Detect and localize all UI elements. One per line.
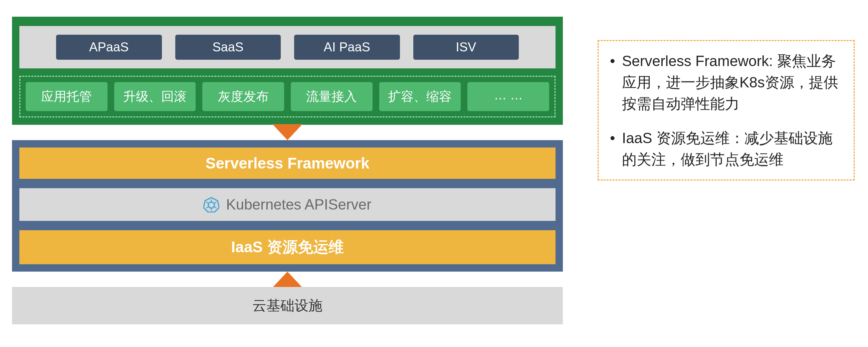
architecture-diagram: APaaS SaaS AI PaaS ISV 应用托管 升级、回滚 灰度发布 流… bbox=[12, 17, 563, 324]
svg-point-1 bbox=[208, 202, 214, 208]
cap-upgrade: 升级、回滚 bbox=[114, 82, 196, 111]
arrow-up-icon bbox=[272, 272, 303, 288]
arrow-down-icon bbox=[272, 124, 303, 140]
product-saas: SaaS bbox=[175, 35, 281, 60]
kubernetes-apiserver-label: Kubernetes APIServer bbox=[226, 196, 371, 213]
desc-bullet-iaas: IaaS 资源免运维：减少基础设施的关注，做到节点免运维 bbox=[609, 127, 844, 170]
product-ai-paas: AI PaaS bbox=[294, 35, 400, 60]
product-isv: ISV bbox=[413, 35, 519, 60]
product-row: APaaS SaaS AI PaaS ISV bbox=[19, 26, 556, 68]
serverless-framework-bar: Serverless Framework bbox=[19, 148, 556, 179]
capability-row: 应用托管 升级、回滚 灰度发布 流量接入 扩容、缩容 … … bbox=[19, 76, 556, 118]
description-box: Serverless Framework: 聚焦业务应用，进一步抽象K8s资源，… bbox=[597, 40, 855, 181]
svg-line-7 bbox=[206, 202, 209, 204]
cloud-infrastructure-bar: 云基础设施 bbox=[12, 287, 563, 324]
application-layer: APaaS SaaS AI PaaS ISV 应用托管 升级、回滚 灰度发布 流… bbox=[12, 17, 563, 125]
desc-bullet-serverless: Serverless Framework: 聚焦业务应用，进一步抽象K8s资源，… bbox=[609, 51, 844, 114]
svg-line-6 bbox=[206, 207, 209, 208]
cap-traffic: 流量接入 bbox=[291, 82, 373, 111]
cap-canary: 灰度发布 bbox=[202, 82, 284, 111]
kubernetes-icon bbox=[203, 196, 219, 213]
cap-more: … … bbox=[467, 82, 549, 111]
kubernetes-apiserver-bar: Kubernetes APIServer bbox=[19, 188, 556, 221]
svg-line-4 bbox=[214, 207, 217, 208]
iaas-bar: IaaS 资源免运维 bbox=[19, 230, 556, 264]
product-apaas: APaaS bbox=[56, 35, 162, 60]
svg-line-3 bbox=[214, 202, 217, 204]
cap-hosting: 应用托管 bbox=[26, 82, 107, 111]
platform-layer: Serverless Framework Kubernetes API bbox=[12, 140, 563, 272]
cap-scale: 扩容、缩容 bbox=[379, 82, 461, 111]
